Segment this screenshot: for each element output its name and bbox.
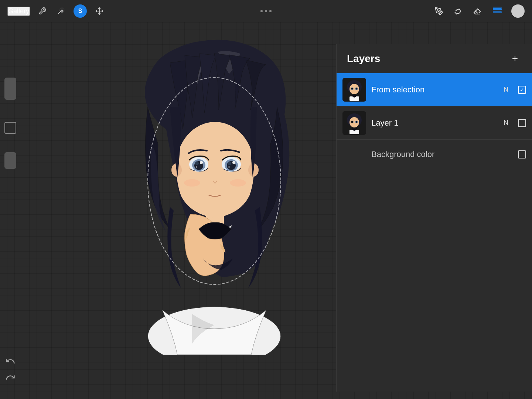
svg-point-3 — [438, 10, 439, 11]
layer-item-from-selection[interactable]: From selection N ✓ — [337, 73, 532, 106]
canvas-area: Layers + — [0, 22, 532, 399]
selection-icon[interactable]: S — [74, 4, 87, 18]
layer-visibility-layer1[interactable] — [518, 119, 526, 127]
svg-point-22 — [232, 161, 235, 164]
layers-header: Layers + — [337, 44, 532, 73]
brush-icon[interactable] — [433, 5, 445, 17]
wrench-icon[interactable] — [37, 5, 48, 17]
layer-name-layer1: Layer 1 — [371, 118, 498, 128]
layer-item-layer1[interactable]: Layer 1 N — [337, 106, 532, 140]
layer-visibility-from-selection[interactable]: ✓ — [518, 86, 526, 94]
brush-size-slider[interactable] — [4, 78, 16, 100]
eraser-icon[interactable] — [471, 5, 483, 17]
svg-line-0 — [58, 11, 61, 14]
dot-2 — [265, 10, 267, 12]
svg-point-23 — [228, 166, 230, 168]
svg-point-17 — [196, 166, 197, 168]
user-avatar[interactable] — [511, 4, 525, 18]
gallery-button[interactable]: Gallery — [7, 7, 30, 16]
svg-point-16 — [200, 161, 203, 164]
background-layer-name: Background color — [371, 150, 513, 159]
layer-thumb-layer1 — [342, 111, 366, 135]
layer-item-background[interactable]: Background color — [337, 140, 532, 169]
s-letter: S — [78, 8, 82, 14]
dot-1 — [260, 10, 263, 12]
svg-point-21 — [228, 161, 231, 165]
layer-blend-layer1: N — [504, 119, 508, 127]
smudge-icon[interactable] — [452, 5, 464, 17]
svg-rect-6 — [493, 7, 502, 8]
bottom-left-controls — [4, 355, 17, 384]
left-sidebar — [0, 22, 20, 399]
redo-button[interactable] — [4, 371, 17, 384]
transform-icon[interactable] — [93, 5, 105, 17]
svg-point-31 — [351, 88, 353, 89]
layer-name-from-selection: From selection — [371, 85, 498, 95]
layer-blend-from-selection: N — [504, 86, 508, 93]
layers-title: Layers — [347, 53, 380, 65]
opacity-slider[interactable] — [4, 152, 16, 169]
svg-rect-5 — [493, 11, 502, 13]
svg-point-25 — [230, 179, 246, 187]
svg-point-33 — [356, 88, 358, 89]
top-toolbar: Gallery S — [0, 0, 532, 22]
color-swatch[interactable] — [4, 122, 16, 134]
checkmark-icon: ✓ — [520, 87, 524, 93]
layer-visibility-background[interactable] — [518, 150, 526, 158]
toolbar-right-group — [433, 4, 525, 18]
svg-point-24 — [184, 179, 200, 187]
layers-panel-icon[interactable] — [491, 4, 504, 18]
toolbar-left-group: Gallery S — [7, 4, 105, 18]
svg-point-15 — [195, 161, 199, 165]
layers-panel: Layers + — [336, 44, 532, 392]
svg-point-39 — [351, 121, 353, 123]
layer-thumb-from-selection — [342, 78, 366, 102]
svg-point-41 — [356, 121, 358, 123]
anime-illustration — [118, 33, 310, 355]
dot-3 — [269, 10, 272, 12]
toolbar-dots — [260, 10, 272, 12]
magic-wand-icon[interactable] — [55, 5, 67, 17]
add-layer-button[interactable]: + — [508, 52, 522, 65]
undo-button[interactable] — [4, 355, 17, 368]
